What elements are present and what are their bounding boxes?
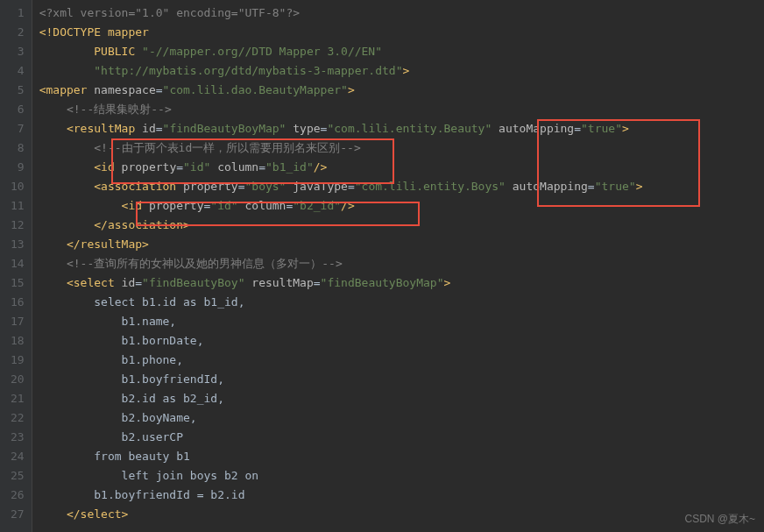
line-number: 2	[11, 23, 25, 42]
line-number: 1	[11, 4, 25, 23]
code-line[interactable]: b1.boyfriendId = b2.id	[39, 486, 764, 505]
line-number: 22	[11, 408, 25, 428]
code-line[interactable]: b1.boyfriendId,	[39, 370, 764, 389]
line-number: 27	[11, 505, 25, 524]
code-line[interactable]: b1.phone,	[39, 351, 764, 370]
code-line[interactable]: <?xml version="1.0" encoding="UTF-8"?>	[39, 4, 764, 23]
code-line[interactable]: PUBLIC "-//mapper.org//DTD Mapper 3.0//E…	[39, 42, 764, 61]
line-number: 20	[11, 370, 25, 389]
line-number: 19	[11, 351, 25, 370]
line-number: 11	[11, 196, 25, 216]
code-line[interactable]: b2.boyName,	[39, 408, 764, 428]
line-number: 5	[11, 81, 25, 100]
line-number: 3	[11, 42, 25, 61]
code-line[interactable]: <!--结果集映射-->	[39, 100, 764, 119]
code-line[interactable]: select b1.id as b1_id,	[39, 293, 764, 312]
line-number: 16	[11, 293, 25, 312]
code-line[interactable]: b2.userCP	[39, 428, 764, 447]
code-line[interactable]: </association>	[39, 216, 764, 235]
line-number: 25	[11, 466, 25, 486]
code-line[interactable]: <!DOCTYPE mapper	[39, 23, 764, 42]
code-line[interactable]: b2.id as b2_id,	[39, 389, 764, 408]
line-number-gutter: 1234567891011121314151617181920212223242…	[0, 0, 32, 532]
line-number: 18	[11, 331, 25, 351]
code-editor: 1234567891011121314151617181920212223242…	[0, 0, 764, 532]
line-number: 13	[11, 235, 25, 254]
code-line[interactable]: <!--由于两个表id一样，所以需要用别名来区别-->	[39, 138, 764, 158]
code-line[interactable]: left join boys b2 on	[39, 466, 764, 486]
code-line[interactable]: </select>	[39, 505, 764, 524]
code-line[interactable]: <id property="id" column="b2_id"/>	[39, 196, 764, 216]
line-number: 21	[11, 389, 25, 408]
code-line[interactable]: <association property="boys" javaType="c…	[39, 177, 764, 196]
watermark: CSDN @夏木~	[684, 512, 755, 527]
code-line[interactable]: <select id="findBeautyBoy" resultMap="fi…	[39, 273, 764, 293]
line-number: 6	[11, 100, 25, 119]
code-line[interactable]: <resultMap id="findBeautyBoyMap" type="c…	[39, 119, 764, 138]
line-number: 23	[11, 428, 25, 447]
code-line[interactable]: from beauty b1	[39, 447, 764, 466]
code-line[interactable]: <mapper namespace="com.lili.dao.BeautyMa…	[39, 81, 764, 100]
line-number: 26	[11, 486, 25, 505]
code-line[interactable]: </resultMap>	[39, 235, 764, 254]
line-number: 7	[11, 119, 25, 138]
code-area[interactable]: <?xml version="1.0" encoding="UTF-8"?><!…	[32, 0, 764, 532]
line-number: 9	[11, 158, 25, 177]
line-number: 15	[11, 273, 25, 293]
line-number: 12	[11, 216, 25, 235]
code-line[interactable]: "http://mybatis.org/dtd/mybatis-3-mapper…	[39, 61, 764, 81]
line-number: 14	[11, 254, 25, 273]
line-number: 24	[11, 447, 25, 466]
code-line[interactable]: <!--查询所有的女神以及她的男神信息（多对一）-->	[39, 254, 764, 273]
line-number: 8	[11, 138, 25, 158]
code-line[interactable]: b1.name,	[39, 312, 764, 331]
code-line[interactable]: b1.bornDate,	[39, 331, 764, 351]
code-line[interactable]: <id property="id" column="b1_id"/>	[39, 158, 764, 177]
line-number: 4	[11, 61, 25, 81]
line-number: 17	[11, 312, 25, 331]
line-number: 10	[11, 177, 25, 196]
